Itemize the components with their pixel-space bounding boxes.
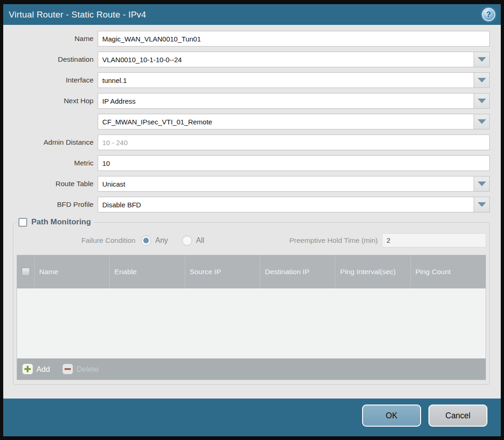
interface-label: Interface bbox=[3, 76, 98, 84]
column-header-destination-ip[interactable]: Destination IP bbox=[260, 255, 335, 288]
table-empty-body bbox=[17, 288, 486, 358]
failure-condition-radio-group: Any All bbox=[141, 235, 218, 246]
route-table-row: Route Table bbox=[3, 176, 490, 192]
next-hop-address-row bbox=[3, 114, 490, 129]
cancel-button[interactable]: Cancel bbox=[428, 405, 487, 427]
route-table-input[interactable] bbox=[98, 176, 474, 192]
destination-input[interactable] bbox=[98, 52, 474, 67]
caret-down-icon bbox=[478, 99, 486, 103]
metric-row: Metric bbox=[3, 155, 490, 171]
caret-down-icon bbox=[478, 57, 486, 62]
next-hop-dropdown-button[interactable] bbox=[474, 93, 490, 109]
add-button[interactable]: Add bbox=[23, 364, 50, 374]
ok-button[interactable]: OK bbox=[362, 405, 421, 427]
destination-label: Destination bbox=[3, 55, 98, 64]
interface-dropdown-button[interactable] bbox=[474, 72, 490, 88]
table-action-bar: Add Delete bbox=[17, 358, 486, 380]
path-monitoring-checkbox[interactable] bbox=[18, 218, 27, 227]
bfd-profile-row: BFD Profile bbox=[3, 197, 490, 212]
destination-row: Destination bbox=[3, 52, 490, 67]
route-table-dropdown-button[interactable] bbox=[474, 176, 490, 192]
form-content: Name Destination Interface bbox=[3, 25, 501, 399]
failure-condition-row: Failure Condition Any All Preemptive Hol… bbox=[17, 233, 486, 247]
delete-button[interactable]: Delete bbox=[63, 364, 99, 374]
help-icon[interactable]: ? bbox=[482, 8, 495, 21]
interface-row: Interface bbox=[3, 72, 490, 88]
failure-condition-label: Failure Condition bbox=[17, 236, 141, 245]
column-header-name[interactable]: Name bbox=[34, 255, 109, 288]
add-button-label: Add bbox=[36, 365, 50, 374]
admin-distance-input[interactable] bbox=[98, 135, 490, 150]
column-header-ping-count[interactable]: Ping Count bbox=[410, 255, 486, 288]
admin-distance-label: Admin Distance bbox=[3, 138, 98, 147]
metric-label: Metric bbox=[3, 159, 98, 167]
next-hop-row: Next Hop bbox=[3, 93, 490, 109]
radio-any[interactable] bbox=[141, 235, 151, 246]
name-input[interactable] bbox=[98, 31, 490, 47]
dialog-footer: OK Cancel bbox=[3, 399, 501, 436]
name-row: Name bbox=[3, 31, 490, 47]
path-monitoring-legend: Path Monitoring bbox=[18, 217, 94, 227]
preemptive-hold-time-input bbox=[382, 233, 486, 247]
caret-down-icon bbox=[478, 202, 486, 207]
metric-input[interactable] bbox=[98, 155, 490, 171]
bfd-profile-input[interactable] bbox=[98, 197, 474, 212]
interface-input[interactable] bbox=[98, 72, 474, 88]
path-monitoring-table: Name Enable Source IP Destination IP Pin… bbox=[17, 255, 486, 380]
column-header-source-ip[interactable]: Source IP bbox=[185, 255, 260, 288]
table-header-checkbox-cell bbox=[17, 255, 34, 288]
preemptive-hold-time-label: Preemptive Hold Time (min) bbox=[289, 236, 382, 245]
next-hop-address-dropdown-button[interactable] bbox=[474, 114, 490, 129]
minus-icon bbox=[63, 364, 73, 374]
caret-down-icon bbox=[478, 182, 486, 186]
caret-down-icon bbox=[478, 78, 486, 82]
route-table-label: Route Table bbox=[3, 180, 98, 188]
column-header-enable[interactable]: Enable bbox=[109, 255, 184, 288]
delete-button-label: Delete bbox=[76, 365, 99, 374]
select-all-checkbox[interactable] bbox=[22, 268, 30, 276]
path-monitoring-section: Path Monitoring Failure Condition Any Al… bbox=[13, 217, 490, 385]
caret-down-icon bbox=[478, 119, 486, 124]
next-hop-type-input[interactable] bbox=[98, 93, 474, 109]
bfd-profile-label: BFD Profile bbox=[3, 200, 98, 209]
next-hop-label: Next Hop bbox=[3, 97, 98, 105]
next-hop-address-input[interactable] bbox=[98, 114, 474, 129]
path-monitoring-title: Path Monitoring bbox=[31, 217, 91, 227]
page-title: Virtual Router - Static Route - IPv4 bbox=[9, 10, 146, 20]
name-label: Name bbox=[3, 35, 98, 43]
titlebar: Virtual Router - Static Route - IPv4 ? bbox=[3, 4, 501, 25]
radio-any-label[interactable]: Any bbox=[155, 236, 168, 245]
bfd-profile-dropdown-button[interactable] bbox=[474, 197, 490, 212]
plus-icon bbox=[23, 364, 33, 374]
column-header-ping-interval[interactable]: Ping Interval(sec) bbox=[335, 255, 410, 288]
dialog-window: Virtual Router - Static Route - IPv4 ? N… bbox=[3, 4, 501, 436]
destination-dropdown-button[interactable] bbox=[474, 52, 490, 67]
radio-all[interactable] bbox=[182, 235, 192, 246]
radio-all-label[interactable]: All bbox=[196, 236, 205, 245]
table-header: Name Enable Source IP Destination IP Pin… bbox=[17, 255, 486, 288]
admin-distance-row: Admin Distance bbox=[3, 135, 490, 150]
